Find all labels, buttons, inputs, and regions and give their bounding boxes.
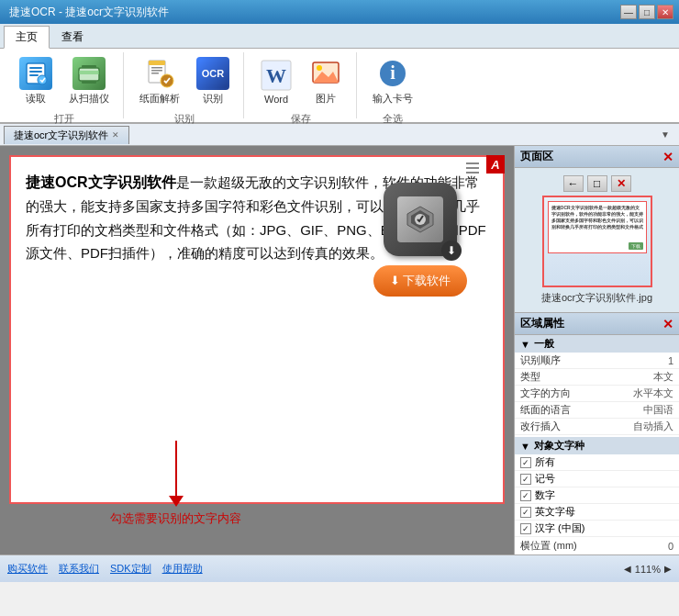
type-label: 类型 xyxy=(520,370,597,384)
lang-value: 中国语 xyxy=(597,403,674,417)
cb-alpha[interactable] xyxy=(520,507,531,518)
props-row-lang: 纸面的语言 中国语 xyxy=(515,402,679,419)
status-bar: 购买软件 联系我们 SDK定制 使用帮助 ◀ 111% ▶ xyxy=(0,554,679,582)
svg-rect-10 xyxy=(149,61,165,65)
ribbon-group-recognize: 纸面解析 OCR 识别 识别 xyxy=(126,52,244,118)
recognize-button[interactable]: OCR 识别 xyxy=(190,52,236,110)
svg-rect-2 xyxy=(29,71,42,73)
word-button[interactable]: W Word xyxy=(253,54,299,109)
ribbon-group-selectall: i 输入卡号 全选 xyxy=(359,52,427,118)
insert-label: 改行插入 xyxy=(520,420,597,433)
doc-tab-dropdown[interactable]: ▼ xyxy=(655,129,675,140)
svg-rect-8 xyxy=(82,81,96,84)
doc-tabbar: 捷速ocr文字识别软件 ✕ ▼ xyxy=(0,124,679,146)
svg-text:W: W xyxy=(266,64,286,87)
download-button[interactable]: ⬇ 下载软件 xyxy=(373,265,468,297)
recognize-label: 识别 xyxy=(203,92,223,106)
tab-view[interactable]: 查看 xyxy=(50,26,95,48)
props-header: 区域属性 ✕ xyxy=(515,313,679,335)
document-tab[interactable]: 捷速ocr文字识别软件 ✕ xyxy=(4,126,129,144)
cb-number[interactable] xyxy=(520,490,531,501)
page-area-close[interactable]: ✕ xyxy=(662,150,673,164)
recognize-group-label: 识别 xyxy=(174,110,195,126)
scan-button[interactable]: 从扫描仪 xyxy=(62,52,116,110)
link-sdk[interactable]: SDK定制 xyxy=(110,562,151,576)
general-section-header[interactable]: ▼ 一般 xyxy=(515,335,679,353)
props-close[interactable]: ✕ xyxy=(662,317,673,331)
page-area-section: 页面区 ✕ ← □ ✕ 捷速OCR文字识别软件是一款超级无敌的文字识别软件，软件… xyxy=(515,146,679,312)
thumb-prev-btn[interactable]: ← xyxy=(563,175,584,192)
image-label: 图片 xyxy=(316,92,336,106)
cb-all[interactable] xyxy=(520,457,531,468)
word-label: Word xyxy=(264,94,288,105)
cb-row-symbol: 记号 xyxy=(515,471,679,487)
scan-label: 从扫描仪 xyxy=(69,92,109,106)
position-label: 横位置 (mm) xyxy=(520,539,597,553)
link-contact[interactable]: 联系我们 xyxy=(59,562,99,576)
chartype-label: 对象文字种 xyxy=(534,439,584,453)
info-icon: i xyxy=(376,57,409,90)
cb-all-label: 所有 xyxy=(535,455,555,469)
zoom-up-btn[interactable]: ▶ xyxy=(664,564,672,574)
ocr-text-highlight: 捷速OCR文字识别软件 xyxy=(26,174,176,190)
app-icon: ⬇ xyxy=(384,183,457,256)
cb-symbol[interactable] xyxy=(520,474,531,485)
cb-alpha-label: 英文字母 xyxy=(535,505,575,519)
props-panel: 区域属性 ✕ ▼ 一般 识别顺序 1 类型 本文 文字的方向 xyxy=(515,312,679,554)
arrow-annotation: 勾选需要识别的文字内容 xyxy=(110,441,241,527)
thumbnail-image: 捷速OCR文字识别软件是一款超级无敌的文字识别软件，软件的功能非常的强大，能支持… xyxy=(542,196,652,287)
arrow-line xyxy=(175,441,177,496)
svg-rect-12 xyxy=(151,70,162,72)
thumb-delete-btn[interactable]: ✕ xyxy=(611,175,631,192)
window-title: 捷速OCR - 捷速ocr文字识别软件 xyxy=(6,5,620,20)
cardno-label: 输入卡号 xyxy=(373,92,413,106)
read-button[interactable]: 读取 xyxy=(13,52,59,110)
cb-number-label: 数字 xyxy=(535,488,555,502)
cb-row-number: 数字 xyxy=(515,487,679,504)
page-analyze-button[interactable]: 纸面解析 xyxy=(133,52,186,110)
thumb-content: 捷速OCR文字识别软件是一款超级无敌的文字识别软件，软件的功能非常的强大，能支持… xyxy=(544,197,651,286)
close-button[interactable]: ✕ xyxy=(657,5,673,19)
maximize-button[interactable]: □ xyxy=(639,5,655,19)
chartype-section-header[interactable]: ▼ 对象文字种 xyxy=(515,437,679,454)
cb-row-all: 所有 xyxy=(515,454,679,471)
link-buy[interactable]: 购买软件 xyxy=(7,562,48,576)
svg-rect-1 xyxy=(29,67,42,69)
type-value: 本文 xyxy=(597,370,674,384)
download-btn-label: ⬇ 下载软件 xyxy=(390,273,451,289)
tab-main[interactable]: 主页 xyxy=(4,26,50,49)
svg-point-18 xyxy=(317,65,322,71)
cb-chinese[interactable] xyxy=(520,523,531,534)
thumb-view-btn[interactable]: □ xyxy=(587,175,607,192)
image-button[interactable]: 图片 xyxy=(303,52,349,110)
software-preview-area: ⬇ ⬇ 下载软件 xyxy=(347,166,494,313)
direction-label: 文字的方向 xyxy=(520,386,597,400)
props-row-type: 类型 本文 xyxy=(515,369,679,386)
props-row-order: 识别顺序 1 xyxy=(515,353,679,369)
cb-chinese-label: 汉字 (中国) xyxy=(535,521,584,535)
order-value: 1 xyxy=(597,355,674,366)
lang-label: 纸面的语言 xyxy=(520,403,597,417)
read-icon xyxy=(19,57,52,90)
image-icon xyxy=(309,57,342,90)
props-row-direction: 文字的方向 水平本文 xyxy=(515,386,679,402)
chartype-collapse-icon: ▼ xyxy=(520,441,530,452)
cardno-button[interactable]: i 输入卡号 xyxy=(366,52,419,110)
doc-panel: A 捷速OCR文字识别软件是一款超级无敌的文字识别软件，软件的功能非常的强大，能… xyxy=(0,146,514,554)
doc-tab-close[interactable]: ✕ xyxy=(112,130,119,140)
minimize-button[interactable]: — xyxy=(620,5,637,19)
page-analyze-label: 纸面解析 xyxy=(139,92,180,106)
recognize-icon: OCR xyxy=(196,57,229,90)
position-row: 横位置 (mm) 0 xyxy=(515,537,679,554)
thumb-label: 捷速ocr文字识别软件.jpg xyxy=(541,291,652,305)
general-label: 一般 xyxy=(534,337,554,351)
doc-canvas: A 捷速OCR文字识别软件是一款超级无敌的文字识别软件，软件的功能非常的强大，能… xyxy=(9,155,505,504)
ribbon-tabs: 主页 查看 xyxy=(0,24,679,49)
thumb-green-btn: 下载 xyxy=(629,242,643,250)
props-row-insert: 改行插入 自动插入 xyxy=(515,419,679,435)
window-controls: — □ ✕ xyxy=(620,5,673,19)
zoom-down-btn[interactable]: ◀ xyxy=(624,564,631,574)
right-panel: 页面区 ✕ ← □ ✕ 捷速OCR文字识别软件是一款超级无敌的文字识别软件，软件… xyxy=(514,146,679,554)
svg-rect-3 xyxy=(29,74,39,76)
link-help[interactable]: 使用帮助 xyxy=(162,562,203,576)
